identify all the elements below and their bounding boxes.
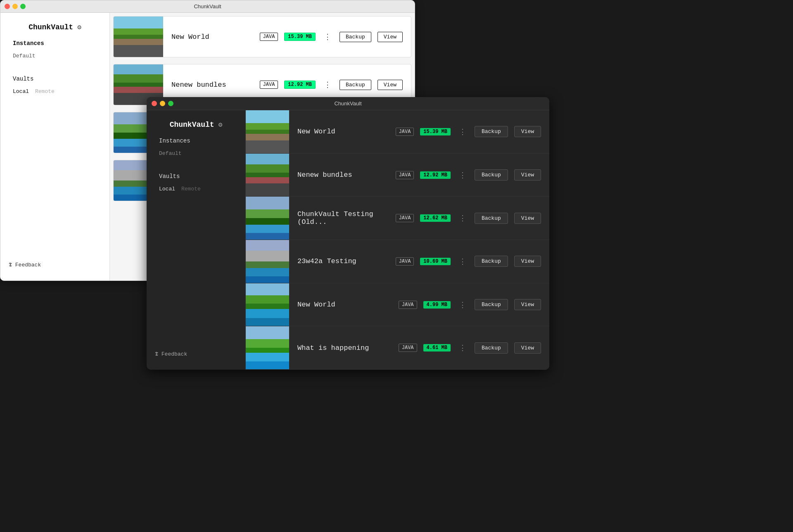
world-card-0-dark: New World JAVA 15.39 MB ⋮ Backup View xyxy=(246,110,549,154)
world-thumbnail-1-dark xyxy=(246,154,289,197)
world-info-1-light: Nenew bundles JAVA 12.92 MB ⋮ Backup Vie… xyxy=(163,80,411,90)
world-card-4-dark: New World JAVA 4.99 MB ⋮ Backup View xyxy=(246,283,549,327)
badge-java-5-dark: JAVA xyxy=(399,344,417,352)
tab-local-light[interactable]: Local xyxy=(13,88,29,95)
tab-remote-dark[interactable]: Remote xyxy=(181,186,201,192)
gear-icon-light[interactable]: ⚙ xyxy=(77,23,81,31)
world-card-5-dark: What is happening JAVA 4.61 MB ⋮ Backup … xyxy=(246,326,549,370)
menu-dots-1-dark[interactable]: ⋮ xyxy=(457,171,468,180)
menu-dots-3-dark[interactable]: ⋮ xyxy=(457,257,468,266)
world-name-5-dark: What is happening xyxy=(297,344,392,352)
badge-java-4-dark: JAVA xyxy=(399,301,417,309)
sidebar-default-light: Default xyxy=(7,51,103,61)
backup-button-4-dark[interactable]: Backup xyxy=(475,299,508,310)
badge-java-2-dark: JAVA xyxy=(396,214,414,222)
view-button-5-dark[interactable]: View xyxy=(514,342,541,354)
sidebar-header-light: ChunkVault ⚙ xyxy=(0,19,109,38)
badge-java-0-dark: JAVA xyxy=(396,128,414,136)
app-name-light: ChunkVault xyxy=(28,23,73,31)
world-thumb-2-dark xyxy=(246,197,289,240)
badge-size-0-dark: 15.39 MB xyxy=(420,128,451,135)
world-name-4-dark: New World xyxy=(297,301,392,309)
sidebar-header-dark: ChunkVault ⚙ xyxy=(147,116,245,135)
backup-button-0-dark[interactable]: Backup xyxy=(475,126,508,137)
badge-size-5-dark: 4.61 MB xyxy=(423,344,451,352)
tab-remote-light[interactable]: Remote xyxy=(35,88,55,95)
backup-button-5-dark[interactable]: Backup xyxy=(475,342,508,354)
view-button-2-dark[interactable]: View xyxy=(514,213,541,224)
world-info-5-dark: What is happening JAVA 4.61 MB ⋮ Backup … xyxy=(289,342,549,354)
world-thumb-3-dark xyxy=(246,240,289,283)
sidebar-dark: ChunkVault ⚙ Instances Default Vaults Lo… xyxy=(147,110,246,370)
sidebar-default-dark: Default xyxy=(153,149,239,158)
world-info-1-dark: Nenew bundles JAVA 12.92 MB ⋮ Backup Vie… xyxy=(289,169,549,180)
badge-java-3-dark: JAVA xyxy=(396,257,414,266)
dark-window: ChunkVault ChunkVault ⚙ Instances Defaul… xyxy=(147,97,549,370)
twitch-icon-dark: 𝕿 xyxy=(155,351,161,357)
backup-button-1-light[interactable]: Backup xyxy=(340,80,371,90)
window-controls-light xyxy=(5,4,26,9)
world-thumb-1-dark xyxy=(246,154,289,197)
sidebar-item-vaults-dark[interactable]: Vaults xyxy=(153,171,239,182)
sidebar-item-instances-dark[interactable]: Instances xyxy=(153,135,239,147)
world-thumbnail-4-dark xyxy=(246,283,289,326)
menu-dots-1-light[interactable]: ⋮ xyxy=(322,80,333,89)
view-button-1-dark[interactable]: View xyxy=(514,169,541,180)
world-info-4-dark: New World JAVA 4.99 MB ⋮ Backup View xyxy=(289,299,549,310)
world-thumb-0-light xyxy=(114,17,163,57)
world-info-0-light: New World JAVA 15.39 MB ⋮ Backup View xyxy=(163,32,411,42)
world-thumbnail-0-light xyxy=(114,17,163,57)
sidebar-light: ChunkVault ⚙ Instances Default Vaults Lo… xyxy=(0,13,110,280)
feedback-light[interactable]: 𝕿 Feedback xyxy=(0,256,109,274)
badge-size-0-light: 15.39 MB xyxy=(284,33,316,41)
menu-dots-2-dark[interactable]: ⋮ xyxy=(457,214,468,223)
sidebar-item-instances-light[interactable]: Instances xyxy=(7,38,103,49)
backup-button-3-dark[interactable]: Backup xyxy=(475,256,508,267)
sidebar-item-vaults-light[interactable]: Vaults xyxy=(7,73,103,85)
menu-dots-0-dark[interactable]: ⋮ xyxy=(457,127,468,136)
world-thumbnail-5-dark xyxy=(246,326,289,369)
view-button-3-dark[interactable]: View xyxy=(514,256,541,267)
window-body-dark: ChunkVault ⚙ Instances Default Vaults Lo… xyxy=(147,110,549,370)
world-card-3-dark: 23w42a Testing JAVA 10.69 MB ⋮ Backup Vi… xyxy=(246,240,549,283)
view-button-4-dark[interactable]: View xyxy=(514,299,541,310)
badge-size-4-dark: 4.99 MB xyxy=(423,301,451,309)
sidebar-tabs-dark: Local Remote xyxy=(153,184,239,194)
badge-java-0-light: JAVA xyxy=(260,33,278,41)
world-thumbnail-2-dark xyxy=(246,197,289,240)
close-button-light[interactable] xyxy=(5,4,10,9)
maximize-button-dark[interactable] xyxy=(168,101,173,106)
badge-size-1-light: 12.92 MB xyxy=(284,81,316,89)
world-name-2-dark: ChunkVault Testing (Old... xyxy=(297,210,389,226)
menu-dots-4-dark[interactable]: ⋮ xyxy=(457,300,468,309)
world-info-3-dark: 23w42a Testing JAVA 10.69 MB ⋮ Backup Vi… xyxy=(289,256,549,267)
badge-size-2-dark: 12.62 MB xyxy=(420,214,451,222)
titlebar-dark: ChunkVault xyxy=(147,97,549,110)
backup-button-1-dark[interactable]: Backup xyxy=(475,169,508,180)
minimize-button-dark[interactable] xyxy=(160,101,165,106)
feedback-dark[interactable]: 𝕿 Feedback xyxy=(147,345,245,363)
close-button-dark[interactable] xyxy=(152,101,157,106)
minimize-button-light[interactable] xyxy=(12,4,18,9)
backup-button-0-light[interactable]: Backup xyxy=(340,32,371,42)
tab-local-dark[interactable]: Local xyxy=(159,186,175,192)
view-button-1-light[interactable]: View xyxy=(378,80,403,90)
view-button-0-dark[interactable]: View xyxy=(514,126,541,137)
content-dark: New World JAVA 15.39 MB ⋮ Backup View Ne… xyxy=(246,110,549,370)
window-title-dark: ChunkVault xyxy=(334,100,361,107)
maximize-button-light[interactable] xyxy=(20,4,26,9)
view-button-0-light[interactable]: View xyxy=(378,32,403,42)
menu-dots-0-light[interactable]: ⋮ xyxy=(322,32,333,41)
backup-button-2-dark[interactable]: Backup xyxy=(475,213,508,224)
world-name-1-dark: Nenew bundles xyxy=(297,171,389,179)
world-name-0-light: New World xyxy=(171,33,254,41)
world-card-2-dark: ChunkVault Testing (Old... JAVA 12.62 MB… xyxy=(246,197,549,240)
menu-dots-5-dark[interactable]: ⋮ xyxy=(457,343,468,352)
gear-icon-dark[interactable]: ⚙ xyxy=(218,121,223,129)
sidebar-tabs-light: Local Remote xyxy=(7,87,103,96)
app-name-dark: ChunkVault xyxy=(170,121,214,129)
world-name-3-dark: 23w42a Testing xyxy=(297,257,389,265)
world-card-1-dark: Nenew bundles JAVA 12.92 MB ⋮ Backup Vie… xyxy=(246,154,549,197)
sidebar-nav-light: Instances Default Vaults Local Remote xyxy=(0,38,109,96)
world-thumb-4-dark xyxy=(246,283,289,326)
